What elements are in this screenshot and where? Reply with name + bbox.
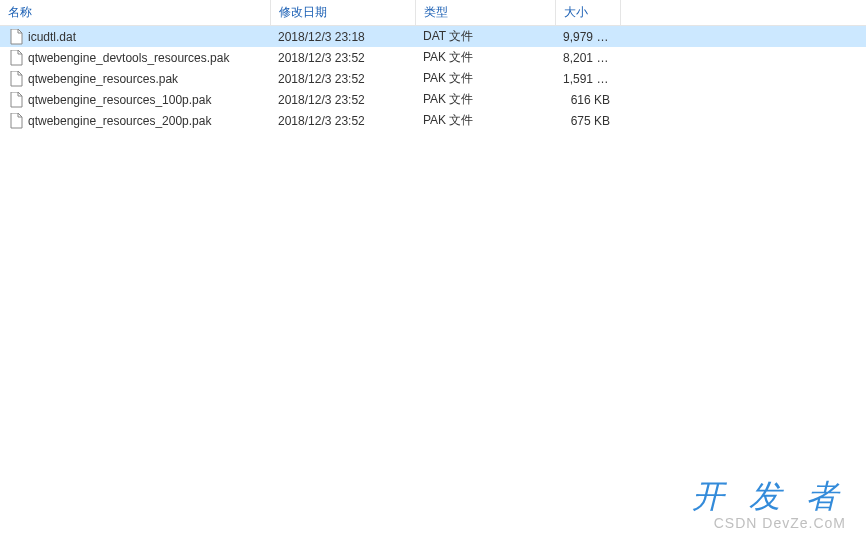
row-extra	[620, 89, 866, 110]
table-row[interactable]: qtwebengine_resources_200p.pak2018/12/3 …	[0, 110, 866, 131]
file-icon	[9, 92, 23, 108]
table-row[interactable]: qtwebengine_resources.pak2018/12/3 23:52…	[0, 68, 866, 89]
file-icon	[9, 113, 23, 129]
column-header-name[interactable]: 名称	[0, 0, 270, 26]
file-date: 2018/12/3 23:52	[270, 68, 415, 89]
file-icon	[9, 71, 23, 87]
file-icon	[9, 29, 23, 45]
watermark-sub-text: CSDN DevZe.CoM	[692, 515, 846, 531]
file-icon	[8, 71, 24, 87]
column-header-row: 名称 修改日期 类型 大小	[0, 0, 866, 26]
file-type: PAK 文件	[415, 68, 555, 89]
column-header-date[interactable]: 修改日期	[270, 0, 415, 26]
file-date: 2018/12/3 23:52	[270, 89, 415, 110]
file-size: 1,591 KB	[555, 68, 620, 89]
file-type: PAK 文件	[415, 110, 555, 131]
column-header-extra	[620, 0, 866, 26]
row-extra	[620, 110, 866, 131]
file-name: icudtl.dat	[28, 30, 76, 44]
file-date: 2018/12/3 23:52	[270, 110, 415, 131]
row-extra	[620, 47, 866, 68]
file-size: 8,201 KB	[555, 47, 620, 68]
table-row[interactable]: qtwebengine_resources_100p.pak2018/12/3 …	[0, 89, 866, 110]
file-type: DAT 文件	[415, 26, 555, 48]
file-icon	[8, 29, 24, 45]
file-size: 675 KB	[555, 110, 620, 131]
file-name: qtwebengine_resources_200p.pak	[28, 114, 211, 128]
file-name: qtwebengine_devtools_resources.pak	[28, 51, 229, 65]
file-icon	[8, 113, 24, 129]
file-icon	[9, 50, 23, 66]
file-date: 2018/12/3 23:52	[270, 47, 415, 68]
file-size: 616 KB	[555, 89, 620, 110]
file-date: 2018/12/3 23:18	[270, 26, 415, 48]
column-header-type[interactable]: 类型	[415, 0, 555, 26]
file-size: 9,979 KB	[555, 26, 620, 48]
column-header-size[interactable]: 大小	[555, 0, 620, 26]
row-extra	[620, 26, 866, 48]
table-row[interactable]: icudtl.dat2018/12/3 23:18DAT 文件9,979 KB	[0, 26, 866, 48]
table-row[interactable]: qtwebengine_devtools_resources.pak2018/1…	[0, 47, 866, 68]
file-icon	[8, 50, 24, 66]
watermark: 开 发 者 CSDN DevZe.CoM	[692, 475, 846, 531]
file-name: qtwebengine_resources.pak	[28, 72, 178, 86]
file-type: PAK 文件	[415, 47, 555, 68]
file-list-table: 名称 修改日期 类型 大小 icudtl.dat2018/12/3 23:18D…	[0, 0, 866, 131]
file-type: PAK 文件	[415, 89, 555, 110]
file-name: qtwebengine_resources_100p.pak	[28, 93, 211, 107]
file-icon	[8, 92, 24, 108]
row-extra	[620, 68, 866, 89]
watermark-main-text: 开 发 者	[692, 475, 846, 519]
